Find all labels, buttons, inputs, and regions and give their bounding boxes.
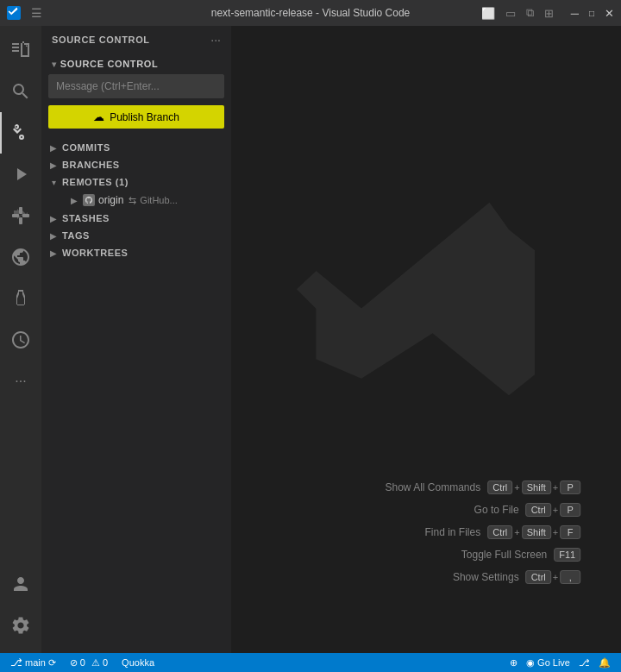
show-all-commands-keys: Ctrl + Shift + P	[487, 480, 580, 494]
activity-item-more[interactable]: ···	[0, 361, 41, 402]
origin-arrow-icon: ⇆	[129, 195, 136, 206]
branches-label: BRANCHES	[62, 160, 120, 170]
extension-name: Quokka	[122, 657, 154, 668]
branches-chevron-icon: ▶	[48, 160, 59, 170]
warnings-count: 0	[103, 657, 108, 668]
window-controls: ⬜ ▭ ⧉ ⊞ ─ □ ✕	[481, 6, 614, 20]
sc-title-label: SOURCE CONTROL	[60, 59, 159, 69]
stashes-section[interactable]: ▶ STASHES	[41, 210, 231, 227]
go-to-file-keys: Ctrl + P	[526, 503, 581, 517]
publish-branch-button[interactable]: ☁ Publish Branch	[48, 105, 224, 129]
activity-item-testing[interactable]	[0, 278, 41, 319]
activity-bar-bottom	[0, 563, 41, 653]
main-content: Show All Commands Ctrl + Shift + P Go to…	[231, 26, 621, 653]
github-icon	[83, 194, 95, 206]
activity-bar: ···	[0, 26, 41, 653]
git-actions-status[interactable]: ⎇	[575, 657, 593, 669]
branch-name: main	[25, 657, 46, 668]
live-icon: ◉	[526, 657, 535, 669]
origin-item[interactable]: ▶ origin ⇆ GitHub...	[41, 191, 231, 210]
cloud-upload-icon: ☁	[93, 110, 104, 123]
stashes-label: STASHES	[62, 213, 110, 223]
show-all-commands-hint: Show All Commands Ctrl + Shift + P	[360, 480, 580, 494]
svg-rect-3	[19, 217, 22, 224]
origin-chevron-icon: ▶	[69, 195, 79, 205]
toggle-fullscreen-keys: F11	[554, 548, 580, 562]
go-live-status[interactable]: ◉ Go Live	[523, 657, 574, 669]
source-control-section: ▾ SOURCE CONTROL ☁ Publish Branch	[41, 53, 231, 132]
origin-label: origin	[98, 194, 123, 206]
find-in-files-keys: Ctrl + Shift + F	[487, 525, 580, 539]
tags-label: TAGS	[62, 230, 90, 241]
activity-item-settings[interactable]	[0, 605, 41, 646]
activity-item-remote[interactable]	[0, 236, 41, 278]
find-in-files-hint: Find in Files Ctrl + Shift + F	[360, 525, 580, 539]
sync-icon: ⟳	[48, 657, 56, 669]
branch-icon: ⎇	[10, 656, 22, 669]
remotes-section[interactable]: ▾ REMOTES (1)	[41, 173, 231, 191]
status-bar-right: ⊕ ◉ Go Live ⎇ 🔔	[506, 657, 614, 669]
find-in-files-label: Find in Files	[360, 526, 480, 538]
errors-count: 0	[80, 657, 85, 668]
window-title: next-semantic-release - Visual Studio Co…	[211, 7, 411, 19]
tags-section[interactable]: ▶ TAGS	[41, 227, 231, 244]
commit-message-input[interactable]	[48, 74, 224, 98]
remotes-label: REMOTES (1)	[62, 177, 129, 187]
warning-icon: ⚠	[91, 657, 100, 669]
sidebar-header-actions: ···	[210, 33, 221, 47]
source-control-title: ▾ SOURCE CONTROL	[48, 53, 224, 74]
commits-label: COMMITS	[62, 142, 110, 153]
notification-bell[interactable]: 🔔	[595, 657, 614, 669]
layout-icon-4[interactable]: ⊞	[544, 7, 554, 20]
status-bar: ⎇ main ⟳ ⊘ 0 ⚠ 0 Quokka ⊕ ◉ Go Live ⎇ 🔔	[0, 653, 621, 672]
activity-item-search[interactable]	[0, 71, 41, 112]
extension-status[interactable]: Quokka	[118, 653, 158, 672]
sidebar-header: SOURCE CONTROL ···	[41, 26, 231, 53]
minimize-button[interactable]: ─	[571, 7, 579, 20]
activity-item-timeline[interactable]	[0, 319, 41, 361]
layout-icon-2[interactable]: ▭	[505, 7, 516, 20]
commits-chevron-icon: ▶	[48, 142, 59, 153]
titlebar-left: ☰	[7, 6, 42, 20]
vscode-watermark	[297, 183, 555, 444]
tree-sections: ▶ COMMITS ▶ BRANCHES ▾ REMOTES (1) ▶ ori…	[41, 139, 231, 261]
bell-icon: 🔔	[599, 657, 611, 669]
tags-chevron-icon: ▶	[48, 230, 59, 241]
go-to-file-hint: Go to File Ctrl + P	[360, 503, 580, 517]
origin-sublabel: GitHub...	[140, 195, 177, 205]
go-to-file-label: Go to File	[398, 504, 519, 516]
show-all-commands-label: Show All Commands	[360, 481, 480, 493]
go-live-label: Go Live	[537, 657, 570, 668]
activity-item-extensions[interactable]	[0, 195, 41, 236]
titlebar: ☰ next-semantic-release - Visual Studio …	[0, 0, 621, 26]
branches-section[interactable]: ▶ BRANCHES	[41, 156, 231, 173]
vscode-icon	[7, 6, 21, 20]
branch-status[interactable]: ⎇ main ⟳	[7, 653, 60, 672]
errors-status[interactable]: ⊘ 0 ⚠ 0	[66, 653, 111, 672]
worktrees-chevron-icon: ▶	[48, 248, 59, 258]
svg-rect-2	[19, 207, 22, 214]
stashes-chevron-icon: ▶	[48, 213, 59, 223]
svg-rect-0	[12, 214, 19, 217]
close-button[interactable]: ✕	[605, 7, 614, 20]
maximize-button[interactable]: □	[589, 9, 594, 18]
worktrees-label: WORKTREES	[62, 248, 128, 258]
activity-item-source-control[interactable]	[0, 112, 41, 154]
sidebar: SOURCE CONTROL ··· ▾ SOURCE CONTROL ☁ Pu…	[41, 26, 231, 653]
broadcast-status[interactable]: ⊕	[506, 657, 521, 669]
toggle-fullscreen-hint: Toggle Full Screen F11	[360, 548, 580, 562]
more-actions-button[interactable]: ···	[210, 33, 221, 47]
activity-item-explorer[interactable]	[0, 29, 41, 71]
activity-item-run-debug[interactable]	[0, 154, 41, 195]
svg-rect-1	[22, 214, 29, 217]
hamburger-icon[interactable]: ☰	[31, 6, 42, 20]
activity-item-accounts[interactable]	[0, 563, 41, 605]
worktrees-section[interactable]: ▶ WORKTREES	[41, 244, 231, 261]
commits-section[interactable]: ▶ COMMITS	[41, 139, 231, 156]
layout-icon-1[interactable]: ⬜	[481, 7, 495, 20]
show-settings-hint: Show Settings Ctrl + ,	[360, 570, 580, 584]
error-icon: ⊘	[70, 657, 78, 669]
layout-icon-3[interactable]: ⧉	[526, 6, 534, 20]
broadcast-icon: ⊕	[510, 657, 518, 669]
sidebar-header-title: SOURCE CONTROL	[52, 35, 150, 45]
